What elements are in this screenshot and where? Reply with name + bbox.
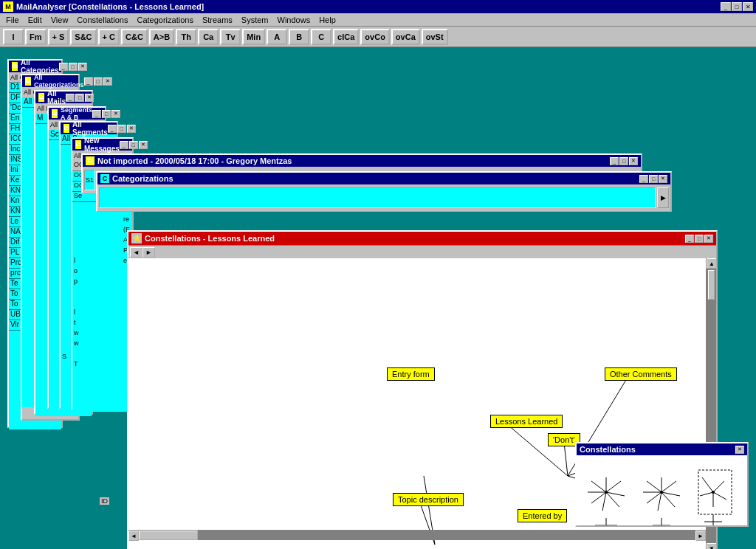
app-title: MailAnalyser [Constellations - Lessons L… — [16, 2, 204, 11]
menu-help[interactable]: Help — [315, 15, 340, 25]
cat-maximize[interactable]: □ — [649, 175, 658, 183]
scroll-thumb[interactable] — [708, 270, 715, 300]
window-icon: 🗂 — [25, 77, 31, 86]
sab-close[interactable]: ✕ — [111, 110, 120, 118]
all-mails-label: All Mails — [47, 89, 66, 106]
svg-line-21 — [647, 481, 662, 492]
ct-scrolltrack[interactable] — [155, 247, 715, 258]
svg-line-34 — [713, 481, 724, 492]
ni-maximize[interactable]: □ — [619, 157, 628, 165]
toolbar-cac[interactable]: C&C — [121, 29, 148, 45]
svg-line-25 — [662, 481, 676, 492]
acat-minimize[interactable]: _ — [84, 77, 93, 86]
con-close[interactable]: ✕ — [704, 235, 713, 243]
nm-close[interactable]: ✕ — [139, 141, 148, 149]
cat-close[interactable]: ✕ — [659, 175, 667, 183]
am-maximize[interactable]: □ — [75, 94, 84, 102]
ni-close[interactable]: ✕ — [629, 157, 638, 165]
mini-close[interactable]: ✕ — [735, 446, 744, 454]
as-close[interactable]: ✕ — [127, 125, 136, 133]
toolbar-ovco[interactable]: ovCo — [360, 29, 390, 45]
window-icon: 🗂 — [38, 93, 44, 102]
constellation-scrollbar-h: ◄ ► — [128, 530, 706, 540]
segments-ab-label: Segments A & B — [61, 106, 92, 121]
segments-ab-title: 🗂 Segments A & B _ □ ✕ — [49, 108, 105, 120]
window-icon: C — [100, 174, 109, 183]
window-icon: 🗂 — [75, 140, 81, 149]
node-entry-form[interactable]: Entered by — [518, 509, 567, 522]
ni-minimize[interactable]: _ — [610, 157, 619, 165]
toolbar-plus-s[interactable]: + S — [48, 29, 69, 45]
ct-right[interactable]: ► — [142, 247, 155, 258]
node-other-comments[interactable]: Entry form — [387, 367, 435, 381]
menu-view[interactable]: View — [47, 15, 73, 25]
toolbar-a[interactable]: A — [267, 29, 287, 45]
ct-left[interactable]: ◄ — [130, 247, 142, 258]
ac-maximize[interactable]: □ — [69, 63, 78, 71]
scroll-left-btn[interactable]: ◄ — [128, 531, 139, 541]
scroll-up-btn[interactable]: ▲ — [707, 258, 716, 269]
toolbar-sac[interactable]: S&C — [70, 29, 96, 45]
scroll-down-btn[interactable]: ▼ — [707, 543, 716, 549]
all-segments-label: All Segments — [72, 120, 108, 137]
toolbar-ca[interactable]: Ca — [198, 29, 219, 45]
h-scroll-thumb[interactable] — [139, 531, 198, 540]
as-minimize[interactable]: _ — [108, 125, 117, 133]
h-scroll-track[interactable] — [139, 531, 695, 540]
toolbar-ovst[interactable]: ovSt — [422, 29, 448, 45]
toolbar-fm[interactable]: Fm — [25, 29, 47, 45]
menu-constellations[interactable]: Constellations — [72, 15, 132, 25]
cat-nav[interactable]: ▶ — [657, 187, 669, 208]
sab-minimize[interactable]: _ — [92, 110, 101, 118]
toolbar-c[interactable]: C — [311, 29, 331, 45]
menu-system[interactable]: System — [237, 15, 273, 25]
app-maximize-btn[interactable]: □ — [732, 2, 742, 11]
acat-maximize[interactable]: □ — [94, 77, 103, 86]
constellation-label: Constellations - Lessons Learned — [145, 234, 275, 243]
menu-categorizations[interactable]: Categorizations — [132, 15, 197, 25]
toolbar-i[interactable]: I — [3, 29, 24, 45]
toolbar-clca[interactable]: clCa — [333, 29, 359, 45]
constellation-title: 🌟 Constellations - Lessons Learned _ □ ✕ — [128, 232, 716, 245]
toolbar-th[interactable]: Th — [176, 29, 196, 45]
menu-edit[interactable]: Edit — [24, 15, 47, 25]
nm-maximize[interactable]: □ — [129, 141, 138, 149]
ac-close[interactable]: ✕ — [78, 63, 87, 71]
toolbar-min[interactable]: Min — [242, 29, 265, 45]
toolbar-tv[interactable]: Tv — [220, 29, 241, 45]
menu-streams[interactable]: Streams — [198, 15, 237, 25]
toolbar-plus-c[interactable]: + C — [98, 29, 120, 45]
node-entered-by[interactable]: Topic description — [393, 493, 464, 506]
am-close[interactable]: ✕ — [85, 94, 94, 102]
am-minimize[interactable]: _ — [66, 94, 75, 102]
con-maximize[interactable]: □ — [695, 235, 704, 243]
ni-panel: S1 — [84, 170, 95, 190]
categorizations-label: Categorizations — [112, 174, 173, 183]
toolbar-b[interactable]: B — [289, 29, 309, 45]
window-icon: 🗂 — [63, 124, 69, 133]
all-categorizations-label: All Categorizations — [34, 74, 84, 89]
app-close-btn[interactable]: ✕ — [743, 2, 753, 11]
menu-file[interactable]: File — [1, 15, 24, 25]
mini-title-label: Constellations — [580, 445, 636, 454]
toolbar-ovca[interactable]: ovCa — [391, 29, 420, 45]
as-maximize[interactable]: □ — [117, 125, 126, 133]
svg-line-3 — [564, 443, 568, 476]
node-lessons-learned[interactable]: Other Comments — [605, 367, 677, 381]
all-categories-title: 🗂 All Categories _ □ ✕ — [9, 61, 61, 72]
acat-close[interactable]: ✕ — [103, 77, 112, 86]
new-messages-title: 🗂 New Messages _ □ ✕ — [72, 139, 132, 151]
sab-maximize[interactable]: □ — [102, 110, 111, 118]
nm-minimize[interactable]: _ — [120, 141, 128, 149]
scroll-right-btn[interactable]: ► — [695, 531, 706, 541]
node-dont[interactable]: Lessons Learned — [490, 415, 563, 428]
menu-windows[interactable]: Windows — [273, 15, 315, 25]
categorizations-window: C Categorizations _ □ ✕ ▶ — [96, 171, 672, 212]
app-minimize-btn[interactable]: _ — [721, 2, 731, 11]
ac-minimize[interactable]: _ — [59, 63, 68, 71]
cat-minimize[interactable]: _ — [639, 175, 648, 183]
con-minimize[interactable]: _ — [685, 235, 694, 243]
toolbar-a-b[interactable]: A>B — [149, 29, 174, 45]
svg-point-37 — [712, 491, 715, 494]
app-title-bar: M MailAnalyser [Constellations - Lessons… — [0, 0, 756, 13]
